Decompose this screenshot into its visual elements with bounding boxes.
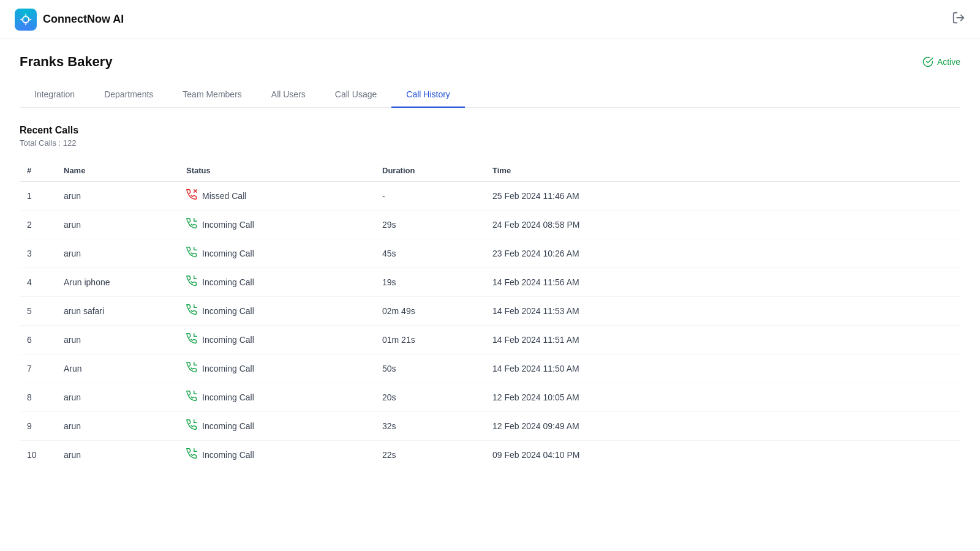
org-name: Franks Bakery bbox=[20, 54, 113, 70]
cell-status: Incoming Call bbox=[179, 326, 375, 354]
cell-time: 14 Feb 2024 11:51 AM bbox=[485, 326, 960, 354]
section-header: Recent Calls Total Calls : 122 bbox=[20, 125, 960, 148]
status-label: Incoming Call bbox=[202, 306, 254, 316]
table-header-row: # Name Status Duration Time bbox=[20, 160, 960, 182]
cell-time: 24 Feb 2024 08:58 PM bbox=[485, 211, 960, 239]
cell-status: Incoming Call bbox=[179, 297, 375, 326]
tab-team-members[interactable]: Team Members bbox=[168, 82, 256, 108]
section-subtitle: Total Calls : 122 bbox=[20, 138, 960, 148]
call-history-table: # Name Status Duration Time 1arun Missed… bbox=[20, 160, 960, 469]
cell-duration: - bbox=[375, 182, 485, 211]
cell-num: 9 bbox=[20, 412, 56, 441]
cell-num: 10 bbox=[20, 441, 56, 470]
incoming-call-icon bbox=[186, 276, 197, 289]
cell-duration: 29s bbox=[375, 211, 485, 239]
cell-num: 3 bbox=[20, 239, 56, 268]
cell-status: Incoming Call bbox=[179, 441, 375, 470]
col-header-duration: Duration bbox=[375, 160, 485, 182]
incoming-call-icon bbox=[186, 333, 197, 347]
cell-duration: 22s bbox=[375, 441, 485, 470]
tab-departments[interactable]: Departments bbox=[89, 82, 168, 108]
status-label: Incoming Call bbox=[202, 421, 254, 431]
incoming-call-icon bbox=[186, 391, 197, 404]
cell-name: arun bbox=[56, 383, 179, 412]
incoming-call-icon bbox=[186, 218, 197, 231]
cell-duration: 32s bbox=[375, 412, 485, 441]
cell-duration: 20s bbox=[375, 383, 485, 412]
incoming-call-icon bbox=[186, 362, 197, 375]
cell-time: 12 Feb 2024 10:05 AM bbox=[485, 383, 960, 412]
col-header-status: Status bbox=[179, 160, 375, 182]
tab-call-usage[interactable]: Call Usage bbox=[320, 82, 391, 108]
cell-num: 4 bbox=[20, 268, 56, 297]
cell-name: arun bbox=[56, 441, 179, 470]
table-row: 7Arun Incoming Call 50s14 Feb 2024 11:50… bbox=[20, 354, 960, 383]
cell-num: 2 bbox=[20, 211, 56, 239]
status-label: Incoming Call bbox=[202, 450, 254, 460]
col-header-num: # bbox=[20, 160, 56, 182]
tab-integration[interactable]: Integration bbox=[20, 82, 89, 108]
cell-duration: 01m 21s bbox=[375, 326, 485, 354]
table-row: 1arun Missed Call -25 Feb 2024 11:46 AM bbox=[20, 182, 960, 211]
table-head: # Name Status Duration Time bbox=[20, 160, 960, 182]
cell-status: Incoming Call bbox=[179, 412, 375, 441]
cell-time: 14 Feb 2024 11:50 AM bbox=[485, 354, 960, 383]
cell-time: 09 Feb 2024 04:10 PM bbox=[485, 441, 960, 470]
table-row: 8arun Incoming Call 20s12 Feb 2024 10:05… bbox=[20, 383, 960, 412]
cell-time: 14 Feb 2024 11:53 AM bbox=[485, 297, 960, 326]
brand: ConnectNow AI bbox=[15, 9, 124, 31]
missed-call-icon bbox=[186, 189, 197, 203]
table-row: 3arun Incoming Call 45s23 Feb 2024 10:26… bbox=[20, 239, 960, 268]
status-label: Incoming Call bbox=[202, 335, 254, 345]
table-row: 4Arun iphone Incoming Call 19s14 Feb 202… bbox=[20, 268, 960, 297]
cell-status: Missed Call bbox=[179, 182, 375, 211]
cell-status: Incoming Call bbox=[179, 268, 375, 297]
cell-duration: 45s bbox=[375, 239, 485, 268]
table-row: 2arun Incoming Call 29s24 Feb 2024 08:58… bbox=[20, 211, 960, 239]
cell-name: arun safari bbox=[56, 297, 179, 326]
incoming-call-icon bbox=[186, 247, 197, 260]
tab-all-users[interactable]: All Users bbox=[257, 82, 320, 108]
cell-status: Incoming Call bbox=[179, 211, 375, 239]
page-content: Franks Bakery Active IntegrationDepartme… bbox=[0, 39, 980, 484]
svg-point-0 bbox=[23, 17, 29, 23]
incoming-call-icon bbox=[186, 419, 197, 433]
incoming-call-icon bbox=[186, 448, 197, 462]
table-body: 1arun Missed Call -25 Feb 2024 11:46 AM2… bbox=[20, 182, 960, 470]
section-title: Recent Calls bbox=[20, 125, 960, 136]
table-row: 6arun Incoming Call 01m 21s14 Feb 2024 1… bbox=[20, 326, 960, 354]
incoming-call-icon bbox=[186, 304, 197, 318]
brand-name: ConnectNow AI bbox=[43, 13, 124, 26]
tabs: IntegrationDepartmentsTeam MembersAll Us… bbox=[20, 82, 960, 108]
cell-name: arun bbox=[56, 412, 179, 441]
check-circle-icon bbox=[922, 56, 933, 67]
status-label: Missed Call bbox=[202, 191, 246, 201]
cell-num: 8 bbox=[20, 383, 56, 412]
cell-num: 6 bbox=[20, 326, 56, 354]
cell-name: arun bbox=[56, 239, 179, 268]
cell-name: Arun iphone bbox=[56, 268, 179, 297]
brand-logo bbox=[15, 9, 37, 31]
cell-time: 25 Feb 2024 11:46 AM bbox=[485, 182, 960, 211]
cell-status: Incoming Call bbox=[179, 383, 375, 412]
status-label: Incoming Call bbox=[202, 220, 254, 230]
logout-icon[interactable] bbox=[952, 11, 965, 28]
tab-call-history[interactable]: Call History bbox=[391, 82, 465, 108]
cell-num: 1 bbox=[20, 182, 56, 211]
org-header: Franks Bakery Active bbox=[20, 54, 960, 70]
cell-name: arun bbox=[56, 182, 179, 211]
cell-num: 7 bbox=[20, 354, 56, 383]
table-row: 9arun Incoming Call 32s12 Feb 2024 09:49… bbox=[20, 412, 960, 441]
top-header: ConnectNow AI bbox=[0, 0, 980, 39]
cell-duration: 19s bbox=[375, 268, 485, 297]
col-header-name: Name bbox=[56, 160, 179, 182]
cell-name: arun bbox=[56, 211, 179, 239]
active-label: Active bbox=[937, 57, 960, 67]
cell-name: Arun bbox=[56, 354, 179, 383]
cell-time: 23 Feb 2024 10:26 AM bbox=[485, 239, 960, 268]
status-label: Incoming Call bbox=[202, 392, 254, 402]
cell-num: 5 bbox=[20, 297, 56, 326]
status-label: Incoming Call bbox=[202, 249, 254, 258]
cell-time: 14 Feb 2024 11:56 AM bbox=[485, 268, 960, 297]
status-label: Incoming Call bbox=[202, 277, 254, 287]
